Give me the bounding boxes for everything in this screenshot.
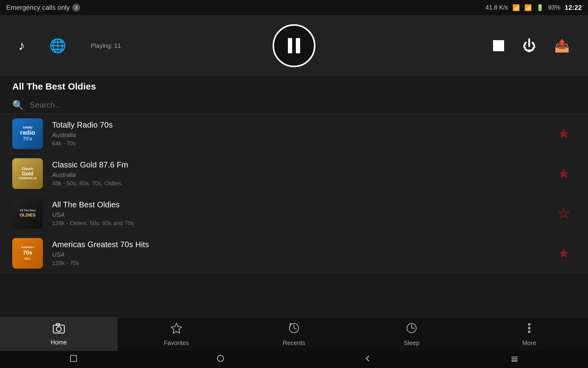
more-icon xyxy=(527,322,531,337)
station-info: All The Best Oldies USA 128k - Oldies. 5… xyxy=(52,200,552,227)
now-playing-bar: All The Best Oldies xyxy=(0,76,588,97)
favorites-icon xyxy=(170,322,183,337)
favorite-star[interactable]: ★ xyxy=(552,126,576,141)
station-info: Americas Greatest 70s Hits USA 128k - 70… xyxy=(52,240,552,266)
bluetooth-icon: 📶 xyxy=(512,4,520,11)
svg-rect-11 xyxy=(70,355,77,362)
nav-more[interactable]: More xyxy=(470,317,588,351)
share-button[interactable]: 📤 xyxy=(554,39,570,53)
bottom-nav: Home Favorites Recents xyxy=(0,317,588,351)
nav-favorites[interactable]: Favorites xyxy=(118,317,235,351)
station-logo: All The Best OLDIES xyxy=(12,198,43,229)
pause-icon xyxy=(286,38,302,53)
stop-button[interactable] xyxy=(493,40,504,51)
stop-icon xyxy=(493,40,504,51)
station-logo: totally radio 70's xyxy=(12,118,43,149)
playing-info: Playing: 11 xyxy=(91,42,121,49)
nav-recents-label: Recents xyxy=(283,339,305,347)
svg-marker-3 xyxy=(171,323,181,333)
now-playing-title: All The Best Oldies xyxy=(12,81,96,91)
station-meta: 128k - Oldies. 50s. 60s and 70s xyxy=(52,220,552,227)
station-list: totally radio 70's Totally Radio 70s Aus… xyxy=(0,114,588,273)
station-country: Australia xyxy=(52,171,552,178)
nav-favorites-label: Favorites xyxy=(164,339,189,347)
nav-menu-button[interactable] xyxy=(510,354,519,365)
svg-point-8 xyxy=(528,323,530,326)
station-info: Classic Gold 87.6 Fm Australia 48k - 50s… xyxy=(52,160,552,187)
player-bar: ♪ 🌐 Playing: 11 ⏻ 📤 xyxy=(0,15,588,76)
station-item[interactable]: America's 70s Hits Americas Greatest 70s… xyxy=(0,233,588,273)
nav-back-button[interactable] xyxy=(363,354,372,365)
pause-bar-left xyxy=(288,38,292,53)
status-left: Emergency calls only 3 xyxy=(6,4,80,12)
svg-point-9 xyxy=(528,327,530,329)
station-country: USA xyxy=(52,251,552,258)
recents-icon xyxy=(288,322,300,337)
nav-home[interactable]: Home xyxy=(0,317,118,351)
station-logo: America's 70s Hits xyxy=(12,238,43,269)
playing-label: Playing: 11 xyxy=(91,42,121,49)
station-info: Totally Radio 70s Australia 64k - 70s xyxy=(52,120,552,147)
wifi-icon: 📶 xyxy=(524,4,532,11)
svg-point-10 xyxy=(528,331,530,333)
station-name: Classic Gold 87.6 Fm xyxy=(52,160,552,170)
clock: 12:22 xyxy=(565,4,582,12)
search-bar: 🔍 xyxy=(0,97,588,114)
station-item[interactable]: totally radio 70's Totally Radio 70s Aus… xyxy=(0,114,588,154)
pause-bar-right xyxy=(296,38,300,53)
station-meta: 64k - 70s xyxy=(52,140,552,147)
emergency-text: Emergency calls only xyxy=(6,4,70,12)
nav-recents[interactable]: Recents xyxy=(235,317,353,351)
system-nav-bar xyxy=(0,351,588,368)
nav-sleep-label: Sleep xyxy=(404,339,419,347)
svg-point-12 xyxy=(217,355,224,362)
station-item[interactable]: All The Best OLDIES All The Best Oldies … xyxy=(0,194,588,233)
battery-level: 93% xyxy=(548,4,560,11)
power-button[interactable]: ⏻ xyxy=(522,38,536,53)
nav-circle-button[interactable] xyxy=(216,354,225,365)
station-name: Totally Radio 70s xyxy=(52,120,552,130)
network-speed: 41.8 K/s xyxy=(485,4,508,11)
station-logo: Classic Gold TOWNSVILLE xyxy=(12,158,43,189)
battery-icon: 🔋 xyxy=(536,4,544,11)
station-item[interactable]: Classic Gold TOWNSVILLE Classic Gold 87.… xyxy=(0,154,588,194)
notification-badge: 3 xyxy=(72,4,80,12)
search-icon: 🔍 xyxy=(12,100,24,110)
nav-home-label: Home xyxy=(51,339,67,346)
music-icon[interactable]: ♪ xyxy=(18,38,25,53)
player-left-controls: ♪ 🌐 Playing: 11 xyxy=(18,38,121,54)
player-right-controls: ⏻ 📤 xyxy=(493,38,570,53)
favorite-star[interactable]: ★ xyxy=(552,205,576,221)
station-meta: 128k - 70s xyxy=(52,260,552,266)
station-country: USA xyxy=(52,211,552,218)
globe-icon[interactable]: 🌐 xyxy=(49,38,66,54)
nav-square-button[interactable] xyxy=(69,354,78,365)
nav-sleep[interactable]: Sleep xyxy=(353,317,470,351)
pause-button[interactable] xyxy=(273,24,315,67)
favorite-star[interactable]: ★ xyxy=(552,166,576,181)
station-country: Australia xyxy=(52,132,552,139)
home-icon xyxy=(53,323,65,336)
svg-rect-2 xyxy=(56,324,59,325)
status-bar: Emergency calls only 3 41.8 K/s 📶 📶 🔋 93… xyxy=(0,0,588,15)
nav-more-label: More xyxy=(522,339,536,347)
search-input[interactable] xyxy=(30,100,576,110)
status-right: 41.8 K/s 📶 📶 🔋 93% 12:22 xyxy=(485,4,582,12)
station-meta: 48k - 50s. 60s. 70s. Oldies. xyxy=(52,180,552,187)
station-name: Americas Greatest 70s Hits xyxy=(52,240,552,249)
sleep-icon xyxy=(405,322,418,337)
favorite-star[interactable]: ★ xyxy=(552,245,576,261)
station-name: All The Best Oldies xyxy=(52,200,552,209)
svg-point-1 xyxy=(56,327,61,332)
